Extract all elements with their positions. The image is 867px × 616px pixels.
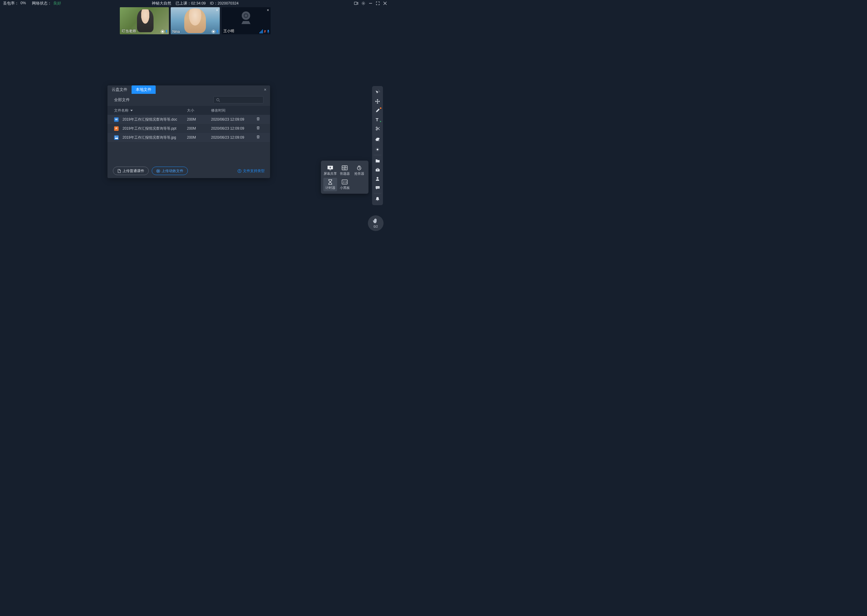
tool-screen-share[interactable]: 屏幕共享: [323, 163, 337, 177]
teaching-tools-popover: 屏幕共享 AB× 答题器 抢答器 计时器 2+3 小黑板: [321, 160, 369, 194]
folder-icon[interactable]: [372, 156, 383, 165]
hand-icon: [373, 218, 379, 225]
fullscreen-icon[interactable]: [376, 1, 380, 5]
camera-off-placeholder-icon: [240, 11, 252, 25]
svg-point-20: [239, 170, 240, 170]
column-size-header[interactable]: 大小: [187, 108, 211, 113]
signal-icon: [260, 30, 263, 33]
camera-on-icon: [212, 30, 215, 33]
scissors-icon[interactable]: [372, 124, 383, 133]
svg-text:×: ×: [345, 168, 346, 170]
breadcrumb[interactable]: 全部文件: [114, 97, 210, 102]
participant-name: 叮当老师: [121, 28, 136, 34]
pen-icon[interactable]: [372, 106, 383, 115]
svg-text:2+3: 2+3: [343, 181, 347, 184]
file-row[interactable]: 2019年工作汇报情况查询等等.jpg 200M 2020/06/23 12:0…: [107, 133, 270, 142]
file-name: 2019年工作汇报情况查询等等.ppt: [123, 126, 177, 131]
packet-loss-value: 0%: [20, 1, 26, 6]
dialog-close-icon[interactable]: ×: [260, 85, 270, 94]
image-icon: [114, 135, 118, 140]
video-tile[interactable]: × 王小明: [222, 7, 271, 34]
network-label: 网络状态：: [32, 1, 52, 6]
raise-hand-button[interactable]: 0/2: [368, 215, 383, 231]
mic-muted-icon: [264, 30, 266, 33]
sort-caret-icon: [130, 110, 133, 111]
file-table-header: 文件名称 大小 修改时间: [107, 106, 270, 115]
svg-point-9: [245, 14, 247, 17]
file-list: W2019年工作汇报情况查询等等.doc 200M 2020/06/23 12:…: [107, 115, 270, 142]
video-tile[interactable]: × Nina: [171, 7, 220, 34]
delete-file-icon[interactable]: [256, 117, 263, 122]
column-time-header[interactable]: 修改时间: [211, 108, 256, 113]
doc-icon: W: [114, 117, 118, 122]
svg-point-41: [377, 187, 378, 188]
svg-text:T: T: [376, 117, 378, 122]
id-value: 2020070324: [218, 1, 239, 5]
text-tool-icon[interactable]: T: [372, 115, 383, 124]
file-time: 2020/06/23 12:09:09: [211, 117, 256, 121]
course-title: 神秘大自然: [152, 1, 171, 6]
eraser-icon[interactable]: [372, 135, 383, 144]
delete-file-icon[interactable]: [256, 135, 263, 140]
network-value: 良好: [53, 1, 61, 6]
participant-name: 王小明: [223, 28, 234, 34]
file-name: 2019年工作汇报情况查询等等.jpg: [123, 135, 176, 140]
tab-local-files[interactable]: 本地文件: [132, 85, 156, 94]
laser-pointer-icon[interactable]: [372, 88, 383, 97]
mic-on-icon: [216, 30, 219, 33]
timer-icon: [326, 179, 334, 185]
file-name: 2019年工作汇报情况查询等等.doc: [123, 117, 177, 122]
tool-timer[interactable]: 计时器: [323, 178, 337, 191]
tool-mini-blackboard[interactable]: 2+3 小黑板: [338, 178, 352, 191]
file-size: 200M: [187, 117, 211, 121]
file-size: 200M: [187, 135, 211, 140]
video-tile[interactable]: 叮当老师: [120, 7, 169, 34]
id-label: ID：: [210, 1, 218, 5]
svg-point-39: [377, 177, 378, 179]
bell-icon[interactable]: [372, 194, 383, 203]
participant-video-row: 叮当老师 × Nina × 王小明: [0, 6, 390, 34]
tool-buzzer[interactable]: 抢答器: [352, 163, 366, 177]
search-icon: [216, 98, 220, 102]
file-row[interactable]: W2019年工作汇报情况查询等等.doc 200M 2020/06/23 12:…: [107, 115, 270, 124]
svg-point-1: [363, 3, 364, 4]
move-icon[interactable]: [372, 97, 383, 106]
upload-animated-button[interactable]: 上传动效文件: [152, 167, 188, 175]
buzzer-icon: [356, 165, 363, 171]
chat-icon[interactable]: [372, 183, 383, 192]
search-input[interactable]: [213, 96, 263, 104]
file-upload-dialog: 云盘文件 本地文件 × 全部文件 文件名称 大小 修改时间 W2019年工作汇报…: [107, 85, 270, 178]
document-icon: [117, 169, 121, 173]
screen-share-icon: [326, 165, 334, 171]
svg-text:A: A: [342, 167, 344, 168]
packet-loss-label: 丢包率：: [3, 1, 19, 6]
tool-quiz[interactable]: AB× 答题器: [338, 163, 352, 177]
column-name-header[interactable]: 文件名称: [114, 108, 187, 113]
minimize-icon[interactable]: [369, 1, 373, 5]
svg-rect-6: [217, 30, 218, 32]
svg-rect-22: [329, 170, 331, 170]
mic-on-icon: [267, 30, 270, 33]
svg-rect-38: [377, 170, 378, 170]
delete-file-icon[interactable]: [256, 126, 263, 131]
settings-icon[interactable]: [361, 1, 366, 5]
svg-rect-0: [354, 2, 357, 5]
play-circle-icon: [156, 169, 160, 173]
supported-types-link[interactable]: 文件支持类型: [238, 168, 265, 174]
ppt-icon: P: [114, 126, 118, 131]
svg-text:B: B: [345, 167, 346, 168]
spotlight-icon[interactable]: [372, 145, 383, 154]
close-video-icon[interactable]: ×: [216, 8, 218, 13]
top-status-bar: 丢包率： 0% 网络状态： 良好 神秘大自然 已上课：02:34:09 ID：2…: [0, 0, 390, 6]
svg-point-42: [378, 187, 379, 188]
tab-cloud-files[interactable]: 云盘文件: [107, 85, 132, 94]
camera-toggle-icon[interactable]: [354, 1, 358, 5]
file-row[interactable]: P2019年工作汇报情况查询等等.ppt 200M 2020/06/23 12:…: [107, 124, 270, 133]
info-icon: [238, 169, 241, 173]
right-toolbar: T: [372, 86, 383, 205]
upload-normal-button[interactable]: 上传普通课件: [113, 167, 149, 175]
close-video-icon[interactable]: ×: [267, 8, 269, 13]
close-window-icon[interactable]: [383, 1, 387, 5]
person-icon[interactable]: [372, 174, 383, 183]
toolbox-icon[interactable]: [372, 165, 383, 174]
